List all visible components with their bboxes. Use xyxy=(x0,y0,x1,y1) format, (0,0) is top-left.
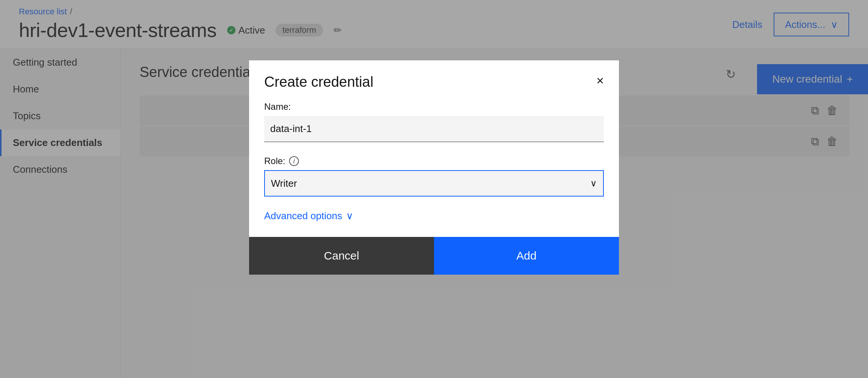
modal-header: Create credential × xyxy=(249,60,619,90)
role-select[interactable]: Writer Reader Manager xyxy=(264,170,604,197)
modal-footer: Cancel Add xyxy=(249,237,619,275)
cancel-button[interactable]: Cancel xyxy=(249,237,434,275)
role-info-icon[interactable]: i xyxy=(289,156,299,166)
role-select-wrapper: Writer Reader Manager ∨ xyxy=(264,170,604,197)
modal-close-button[interactable]: × xyxy=(596,74,604,87)
modal-body: Name: Role: i Writer Reader Manager ∨ Ad… xyxy=(249,90,619,237)
name-input[interactable] xyxy=(264,116,604,142)
advanced-options-button[interactable]: Advanced options ∨ xyxy=(264,210,353,222)
role-form-group: Role: i Writer Reader Manager ∨ xyxy=(264,156,604,197)
advanced-chevron-icon: ∨ xyxy=(346,210,353,222)
modal-title: Create credential xyxy=(264,74,373,90)
name-form-group: Name: xyxy=(264,101,604,142)
create-credential-modal: Create credential × Name: Role: i Writer… xyxy=(249,60,619,275)
role-label: Role: i xyxy=(264,156,604,166)
add-button[interactable]: Add xyxy=(434,237,619,275)
name-label: Name: xyxy=(264,101,604,112)
